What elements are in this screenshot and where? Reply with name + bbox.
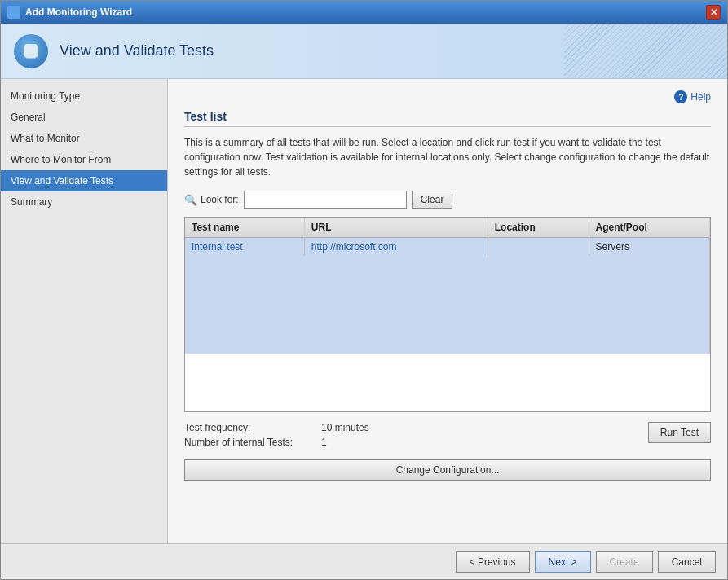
cell-agent-pool: Servers	[589, 238, 709, 257]
content-area: Monitoring TypeGeneralWhat to MonitorWhe…	[1, 79, 727, 543]
change-configuration-button[interactable]: Change Configuration...	[184, 459, 711, 481]
previous-button[interactable]: < Previous	[456, 551, 530, 573]
run-test-button[interactable]: Run Test	[648, 422, 711, 443]
sidebar-item-view-validate-tests[interactable]: View and Validate Tests	[1, 170, 167, 191]
frequency-stat: Test frequency: 10 minutes	[184, 422, 369, 433]
sidebar-item-general[interactable]: General	[1, 107, 167, 128]
help-row: ? Help	[184, 90, 711, 103]
help-icon: ?	[674, 90, 687, 103]
cell-location	[488, 238, 589, 257]
title-bar-text: Add Monitoring Wizard	[25, 7, 132, 18]
test-table-container: Test nameURLLocationAgent/Pool Internal …	[184, 217, 711, 412]
internal-tests-value: 1	[321, 437, 327, 448]
search-input[interactable]	[244, 191, 407, 209]
section-title: Test list	[184, 110, 711, 127]
internal-tests-label: Number of internal Tests:	[184, 437, 315, 448]
table-empty-rows	[185, 256, 710, 354]
clear-button[interactable]: Clear	[412, 191, 453, 209]
title-bar: Add Monitoring Wizard ✕	[1, 1, 727, 24]
close-button[interactable]: ✕	[706, 5, 721, 20]
header-banner: View and Validate Tests	[1, 24, 727, 79]
cell-test-name: Internal test	[185, 238, 304, 257]
header-icon	[14, 34, 48, 68]
table-row[interactable]: Internal test http://microsoft.com Serve…	[185, 238, 710, 257]
look-for-row: 🔍 Look for: Clear	[184, 191, 711, 209]
sidebar-item-monitoring-type[interactable]: Monitoring Type	[1, 86, 167, 107]
table-header-row: Test nameURLLocationAgent/Pool	[185, 218, 710, 238]
look-for-label: 🔍 Look for:	[184, 194, 239, 206]
sidebar-item-where-monitor-from[interactable]: Where to Monitor From	[1, 149, 167, 170]
frequency-label: Test frequency:	[184, 422, 315, 433]
cell-url: http://microsoft.com	[304, 238, 488, 257]
cancel-button[interactable]: Cancel	[658, 551, 716, 573]
sidebar: Monitoring TypeGeneralWhat to MonitorWhe…	[1, 79, 168, 543]
internal-tests-stat: Number of internal Tests: 1	[184, 437, 369, 448]
title-bar-icon	[7, 6, 20, 19]
test-table: Test nameURLLocationAgent/Pool Internal …	[185, 218, 710, 354]
stats-row: Test frequency: 10 minutes Number of int…	[184, 422, 711, 448]
header-decoration	[564, 24, 727, 79]
help-button[interactable]: ? Help	[674, 90, 711, 103]
header-title: View and Validate Tests	[60, 42, 214, 59]
description-text: This is a summary of all tests that will…	[184, 135, 711, 179]
wizard-window: Add Monitoring Wizard ✕ View and Validat…	[0, 0, 728, 580]
create-button[interactable]: Create	[596, 551, 653, 573]
search-icon: 🔍	[184, 194, 197, 206]
next-button[interactable]: Next >	[535, 551, 591, 573]
sidebar-item-summary[interactable]: Summary	[1, 191, 167, 213]
frequency-value: 10 minutes	[321, 422, 369, 433]
footer: < Previous Next > Create Cancel	[1, 543, 727, 579]
stats-left: Test frequency: 10 minutes Number of int…	[184, 422, 369, 448]
sidebar-item-what-to-monitor[interactable]: What to Monitor	[1, 128, 167, 149]
main-content: ? Help Test list This is a summary of al…	[168, 79, 727, 543]
